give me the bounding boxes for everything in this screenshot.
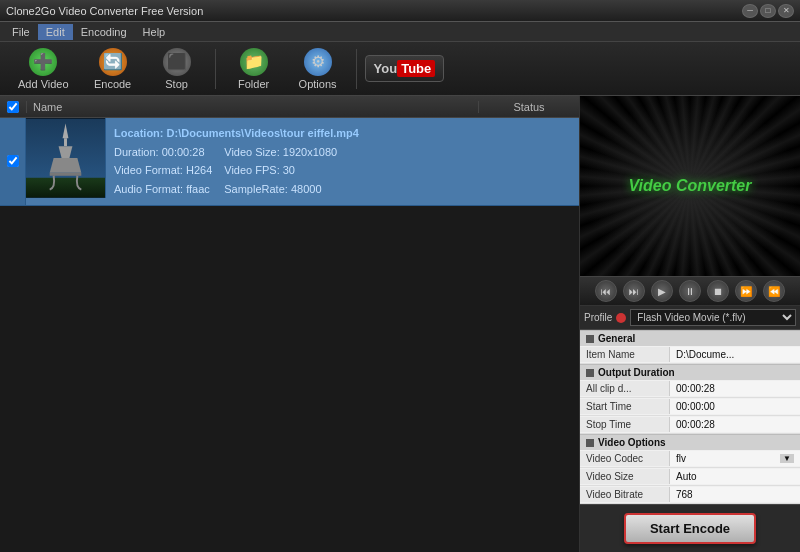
- video-preview: Video Converter: [580, 96, 800, 276]
- prop-val-item-name: D:\Docume...: [670, 347, 800, 362]
- folder-label: Folder: [238, 78, 269, 90]
- options-label: Options: [299, 78, 337, 90]
- start-encode-area: Start Encode: [580, 504, 800, 552]
- add-video-label: Add Video: [18, 78, 69, 90]
- codec-dropdown-arrow[interactable]: ▼: [780, 454, 794, 463]
- section-duration-header: Output Duration: [580, 364, 800, 380]
- header-check-col: [0, 101, 26, 113]
- file-video-size-label: Video Size: 1920x1080: [224, 143, 349, 162]
- folder-button[interactable]: 📁 Folder: [224, 44, 284, 94]
- restore-button[interactable]: □: [760, 4, 776, 18]
- prop-val-start-time: 00:00:00: [670, 399, 800, 414]
- section-duration-label: Output Duration: [598, 367, 675, 378]
- add-video-icon: ➕: [29, 48, 57, 76]
- prop-key-stop-time: Stop Time: [580, 417, 670, 432]
- prop-row-video-size: Video Size Auto: [580, 468, 800, 486]
- minimize-button[interactable]: ─: [742, 4, 758, 18]
- app-title: Clone2Go Video Converter Free Version: [6, 5, 203, 17]
- menu-bar: File Edit Encoding Help: [0, 22, 800, 42]
- toolbar-divider-2: [356, 49, 357, 89]
- file-list-panel: Name Status: [0, 96, 580, 552]
- start-encode-button[interactable]: Start Encode: [624, 513, 756, 544]
- file-duration-label: Duration: 00:00:28: [114, 143, 224, 162]
- menu-encoding[interactable]: Encoding: [73, 24, 135, 40]
- prop-key-all-clip: All clip d...: [580, 381, 670, 396]
- select-all-checkbox[interactable]: [7, 101, 19, 113]
- back-button[interactable]: ⏪: [763, 280, 785, 302]
- section-general-label: General: [598, 333, 635, 344]
- file-audio-format-label: Audio Format: ffaac: [114, 180, 224, 199]
- prop-row-video-codec: Video Codec flv ▼: [580, 450, 800, 468]
- youtube-you: You: [374, 61, 398, 76]
- menu-edit[interactable]: Edit: [38, 24, 73, 40]
- title-bar: Clone2Go Video Converter Free Version ─ …: [0, 0, 800, 22]
- profile-label: Profile: [584, 312, 612, 323]
- section-video-opts-label: Video Options: [598, 437, 666, 448]
- toolbar: ➕ Add Video 🔄 Encode ⬛ Stop 📁 Folder ⚙ O…: [0, 42, 800, 96]
- right-panel: Video Converter ⏮ ⏭ ▶ ⏸ ⏹ ⏩ ⏪ Profile Fl…: [580, 96, 800, 552]
- prev-button[interactable]: ⏭: [623, 280, 645, 302]
- prop-row-start-time: Start Time 00:00:00: [580, 398, 800, 416]
- prop-key-start-time: Start Time: [580, 399, 670, 414]
- pause-button[interactable]: ⏸: [679, 280, 701, 302]
- prop-val-video-size: Auto: [670, 469, 800, 484]
- fast-forward-button[interactable]: ⏩: [735, 280, 757, 302]
- menu-file[interactable]: File: [4, 24, 38, 40]
- video-controls: ⏮ ⏭ ▶ ⏸ ⏹ ⏩ ⏪: [580, 276, 800, 306]
- stop-icon: ⬛: [163, 48, 191, 76]
- main-content: Name Status: [0, 96, 800, 552]
- file-thumbnail: [26, 118, 106, 198]
- profile-select[interactable]: Flash Video Movie (*.flv): [630, 309, 796, 326]
- prop-val-stop-time: 00:00:28: [670, 417, 800, 432]
- prop-val-all-clip: 00:00:28: [670, 381, 800, 396]
- play-button[interactable]: ▶: [651, 280, 673, 302]
- svg-rect-3: [64, 138, 67, 146]
- row-checkbox[interactable]: [7, 155, 19, 167]
- stop-button[interactable]: ⬛ Stop: [147, 44, 207, 94]
- youtube-button[interactable]: You Tube: [365, 55, 445, 82]
- profile-row: Profile Flash Video Movie (*.flv): [580, 306, 800, 330]
- rewind-button[interactable]: ⏮: [595, 280, 617, 302]
- section-video-opts-header: Video Options: [580, 434, 800, 450]
- prop-row-stop-time: Stop Time 00:00:28: [580, 416, 800, 434]
- encode-icon: 🔄: [99, 48, 127, 76]
- add-video-button[interactable]: ➕ Add Video: [8, 44, 79, 94]
- table-row: Location: D:\Documents\Videos\tour eiffe…: [0, 118, 579, 206]
- folder-icon: 📁: [240, 48, 268, 76]
- prop-key-item-name: Item Name: [580, 347, 670, 362]
- file-video-format-label: Video Format: H264: [114, 161, 224, 180]
- preview-title: Video Converter: [629, 177, 752, 195]
- section-general-icon: [586, 335, 594, 343]
- toolbar-divider: [215, 49, 216, 89]
- prop-key-video-bitrate: Video Bitrate: [580, 487, 670, 502]
- svg-rect-1: [26, 178, 105, 198]
- section-duration-icon: [586, 369, 594, 377]
- row-checkbox-cell: [0, 118, 26, 205]
- prop-row-all-clip: All clip d... 00:00:28: [580, 380, 800, 398]
- section-general-header: General: [580, 330, 800, 346]
- prop-val-video-bitrate: 768: [670, 487, 800, 502]
- file-samplerate-label: SampleRate: 48000: [224, 180, 349, 199]
- stop-ctrl-button[interactable]: ⏹: [707, 280, 729, 302]
- properties-panel: Profile Flash Video Movie (*.flv) Genera…: [580, 306, 800, 504]
- close-button[interactable]: ✕: [778, 4, 794, 18]
- prop-row-video-bitrate: Video Bitrate 768: [580, 486, 800, 504]
- prop-key-video-size: Video Size: [580, 469, 670, 484]
- menu-help[interactable]: Help: [135, 24, 174, 40]
- section-video-opts-icon: [586, 439, 594, 447]
- file-list-body: Location: D:\Documents\Videos\tour eiffe…: [0, 118, 579, 552]
- stop-label: Stop: [165, 78, 188, 90]
- file-path: Location: D:\Documents\Videos\tour eiffe…: [114, 124, 571, 143]
- svg-rect-6: [50, 173, 82, 176]
- header-status-col: Status: [479, 101, 579, 113]
- options-button[interactable]: ⚙ Options: [288, 44, 348, 94]
- prop-val-video-codec: flv ▼: [670, 451, 800, 466]
- svg-marker-5: [50, 158, 82, 173]
- options-icon: ⚙: [304, 48, 332, 76]
- prop-row-item-name: Item Name D:\Docume...: [580, 346, 800, 364]
- file-fps-label: Video FPS: 30: [224, 161, 349, 180]
- encode-button[interactable]: 🔄 Encode: [83, 44, 143, 94]
- prop-key-video-codec: Video Codec: [580, 451, 670, 466]
- header-name-col: Name: [26, 101, 479, 113]
- file-info: Location: D:\Documents\Videos\tour eiffe…: [106, 118, 579, 205]
